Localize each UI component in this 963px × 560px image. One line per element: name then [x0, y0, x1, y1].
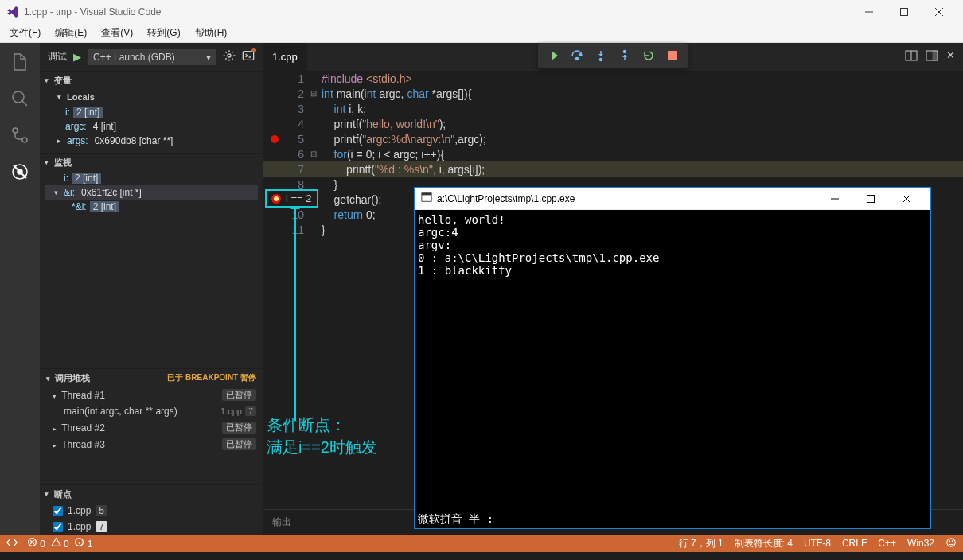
svg-point-13	[624, 51, 626, 53]
activity-scm[interactable]	[9, 124, 31, 146]
breakpoint-1-checkbox[interactable]	[53, 506, 63, 516]
breakpoint-2-checkbox[interactable]	[53, 522, 63, 532]
conditional-breakpoint-expr: i == 2	[286, 192, 312, 204]
line-num[interactable]: 5	[263, 133, 310, 146]
debug-config-select[interactable]: C++ Launch (GDB) ▾	[88, 49, 216, 65]
console-minimize-button[interactable]	[817, 189, 852, 209]
status-eol[interactable]: CRLF	[842, 538, 867, 549]
annotation-arrow	[294, 206, 296, 421]
activity-explorer[interactable]	[9, 51, 31, 73]
debug-toolbar	[538, 43, 688, 68]
menu-view[interactable]: 查看(V)	[95, 25, 139, 41]
menubar: 文件(F) 编辑(E) 查看(V) 转到(G) 帮助(H)	[0, 24, 963, 43]
window-close-button[interactable]	[922, 1, 957, 23]
window-maximize-button[interactable]	[887, 1, 922, 23]
locals-scope[interactable]: ▾Locals	[45, 89, 258, 105]
conditional-breakpoint-icon	[271, 194, 281, 204]
status-position[interactable]: 行 7，列 1	[679, 537, 723, 550]
breakpoints-section: ▾断点 1.cpp 5 1.cpp 7	[40, 484, 263, 535]
console-close-button[interactable]	[888, 189, 924, 209]
menu-edit[interactable]: 编辑(E)	[49, 25, 93, 41]
menu-goto[interactable]: 转到(G)	[141, 25, 186, 41]
console-maximize-button[interactable]	[852, 189, 888, 209]
tab-1cpp[interactable]: 1.cpp	[263, 43, 307, 71]
callstack-section: ▾ 调用堆栈 已于 BREAKPOINT 暂停 ▾ Thread #1 已暂停 …	[40, 368, 263, 453]
debug-config-name: C++ Launch (GDB)	[93, 52, 175, 63]
watch-i[interactable]: i: 2 [int]	[45, 171, 258, 185]
breakpoint-1[interactable]: 1.cpp 5	[40, 503, 263, 519]
debug-header: 调试 ▶ C++ Launch (GDB) ▾	[40, 43, 263, 71]
svg-point-11	[576, 58, 579, 60]
status-target[interactable]: Win32	[907, 538, 934, 549]
line-num: 4	[263, 118, 310, 130]
variable-i[interactable]: i: 2 [int]	[45, 105, 258, 119]
svg-rect-10	[933, 51, 938, 60]
svg-point-20	[947, 538, 956, 546]
breakpoint-dot-icon	[271, 135, 279, 143]
variables-section: ▾变量 ▾Locals i: 2 [int] argc: 4 [int] ▸ a…	[40, 71, 263, 153]
toggle-layout-button[interactable]	[926, 49, 938, 64]
line-num[interactable]: 7	[263, 163, 310, 176]
status-encoding[interactable]: UTF-8	[804, 538, 831, 549]
chevron-down-icon: ▾	[206, 52, 211, 63]
activitybar	[0, 43, 40, 535]
debug-settings-button[interactable]	[223, 49, 236, 64]
close-all-button[interactable]: ✕	[946, 49, 955, 64]
status-problems[interactable]: 0 0 1	[27, 537, 92, 550]
debug-console-button[interactable]	[242, 49, 255, 64]
step-out-button[interactable]	[614, 45, 635, 66]
step-over-button[interactable]	[567, 45, 587, 66]
continue-button[interactable]	[543, 45, 563, 66]
breakpoints-header[interactable]: ▾断点	[40, 485, 263, 503]
console-window: a:\C\LightProjects\tmp\1.cpp.exe hello, …	[414, 187, 931, 529]
notification-dot-icon	[251, 48, 256, 52]
window-minimize-button[interactable]	[852, 1, 887, 23]
line-num: 1	[263, 72, 310, 85]
thread-1[interactable]: ▾ Thread #1 已暂停	[40, 387, 263, 403]
stack-frame-main[interactable]: main(int argc, char ** args) 1.cpp7	[40, 403, 263, 419]
debug-start-button[interactable]: ▶	[73, 51, 81, 63]
svg-point-3	[22, 138, 27, 142]
conditional-breakpoint-callout: i == 2	[265, 189, 318, 208]
line-num: 11	[263, 224, 310, 236]
callstack-status: 已于 BREAKPOINT 暂停	[167, 372, 256, 383]
window-titlebar: 1.cpp - tmp - Visual Studio Code	[0, 0, 963, 24]
console-icon	[421, 192, 432, 205]
console-ime-status: 微软拼音 半 :	[415, 511, 930, 528]
breakpoint-2[interactable]: 1.cpp 7	[40, 519, 263, 535]
stop-button[interactable]	[662, 45, 683, 66]
menu-help[interactable]: 帮助(H)	[189, 25, 234, 41]
watch-header[interactable]: ▾监视	[40, 154, 263, 171]
line-num: 2⊟	[263, 88, 310, 100]
status-feedback-button[interactable]	[945, 537, 957, 550]
thread-3[interactable]: ▸ Thread #3 已暂停	[40, 436, 263, 453]
thread-2[interactable]: ▸ Thread #2 已暂停	[40, 419, 263, 436]
variable-args[interactable]: ▸ args: 0x690db8 [char **]	[45, 134, 258, 148]
svg-rect-7	[243, 52, 253, 60]
variables-header[interactable]: ▾变量	[40, 72, 263, 89]
svg-rect-16	[422, 193, 431, 196]
restart-button[interactable]	[638, 45, 659, 66]
watch-amp-i[interactable]: ▾ &i: 0x61ff2c [int *]	[45, 185, 258, 200]
svg-rect-17	[867, 195, 874, 202]
console-output[interactable]: hello, world! argc:4 argv: 0 : a:\C\Ligh…	[415, 210, 930, 511]
menu-file[interactable]: 文件(F)	[3, 25, 47, 41]
activity-debug[interactable]	[9, 161, 31, 183]
variable-argc[interactable]: argc: 4 [int]	[45, 119, 258, 134]
line-num: 3	[263, 103, 310, 115]
status-remote[interactable]	[6, 537, 18, 550]
line-num: 10	[263, 208, 310, 221]
console-title: a:\C\LightProjects\tmp\1.cpp.exe	[437, 193, 575, 204]
status-tabsize[interactable]: 制表符长度: 4	[735, 537, 793, 550]
debug-label: 调试	[48, 50, 67, 64]
svg-point-1	[13, 91, 24, 103]
svg-rect-0	[901, 9, 908, 16]
watch-deref-i[interactable]: *&i: 2 [int]	[45, 200, 258, 214]
step-into-button[interactable]	[591, 45, 611, 66]
activity-search[interactable]	[9, 88, 31, 110]
split-editor-button[interactable]	[905, 49, 918, 64]
status-language[interactable]: C++	[878, 538, 896, 549]
callstack-header[interactable]: ▾ 调用堆栈 已于 BREAKPOINT 暂停	[40, 369, 263, 387]
console-titlebar: a:\C\LightProjects\tmp\1.cpp.exe	[415, 188, 930, 210]
window-title: 1.cpp - tmp - Visual Studio Code	[24, 6, 852, 18]
